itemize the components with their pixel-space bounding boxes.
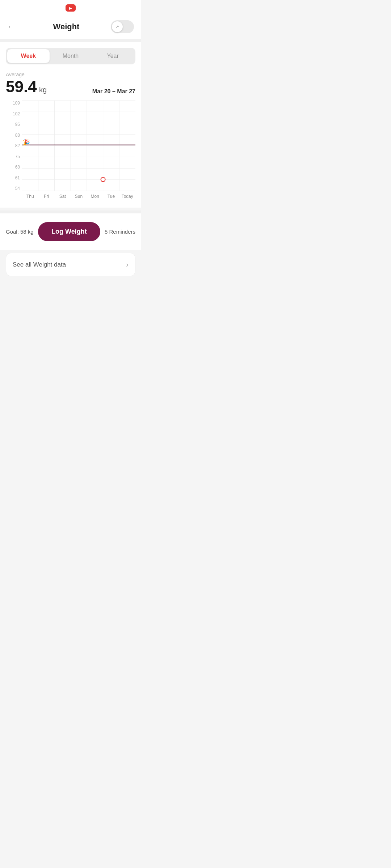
x-label-fri: Fri [38, 194, 55, 199]
stats-row: Average 59.4 kg Mar 20 – Mar 27 [6, 72, 135, 95]
y-label-82: 82 [6, 143, 22, 148]
average-unit: kg [39, 86, 47, 94]
svg-text:🎉: 🎉 [23, 139, 30, 146]
toggle-button[interactable]: ↗ [111, 20, 134, 33]
goal-text: Goal: 58 kg [6, 229, 34, 235]
header-divider [0, 39, 141, 42]
chart-svg: 🎉 [22, 101, 135, 191]
reminders-text[interactable]: 5 Reminders [105, 229, 135, 235]
chart-area: 🎉 [22, 101, 135, 191]
see-all-label: See all Weight data [13, 261, 66, 268]
x-label-today: Today [119, 194, 135, 199]
x-label-sat: Sat [54, 194, 71, 199]
chart-inner: 109 102 95 88 82 75 68 61 54 [6, 101, 135, 202]
y-label-54: 54 [6, 186, 22, 191]
x-label-sun: Sun [71, 194, 87, 199]
average-section: Average 59.4 kg [6, 72, 47, 95]
chevron-right-icon: › [126, 260, 129, 269]
y-label-75: 75 [6, 154, 22, 159]
bottom-section: Goal: 58 kg Log Weight 5 Reminders [0, 213, 141, 250]
x-axis: Thu Fri Sat Sun Mon Tue Today [22, 191, 135, 202]
average-label: Average [6, 72, 47, 77]
page-title: Weight [53, 22, 80, 31]
x-label-tue: Tue [103, 194, 119, 199]
average-value-row: 59.4 kg [6, 79, 47, 95]
header: ← Weight ↗ [0, 16, 141, 39]
tab-year[interactable]: Year [92, 49, 134, 63]
y-label-102: 102 [6, 111, 22, 116]
weight-chart: 109 102 95 88 82 75 68 61 54 [6, 101, 135, 202]
period-tabs: Week Month Year [6, 48, 135, 64]
y-label-61: 61 [6, 175, 22, 180]
x-label-mon: Mon [87, 194, 103, 199]
see-all-section[interactable]: See all Weight data › [6, 253, 135, 276]
y-label-68: 68 [6, 165, 22, 170]
y-label-88: 88 [6, 133, 22, 138]
chart-bottom-divider [0, 210, 141, 213]
tab-week[interactable]: Week [7, 49, 50, 63]
y-label-95: 95 [6, 122, 22, 127]
toggle-knob-icon: ↗ [112, 21, 123, 32]
main-content: Week Month Year Average 59.4 kg Mar 20 –… [0, 42, 141, 208]
tab-month[interactable]: Month [50, 49, 92, 63]
y-axis: 109 102 95 88 82 75 68 61 54 [6, 101, 22, 191]
video-icon [66, 4, 76, 12]
x-label-thu: Thu [22, 194, 38, 199]
average-value: 59.4 [6, 78, 37, 95]
log-weight-button[interactable]: Log Weight [38, 222, 100, 241]
status-bar [0, 0, 141, 16]
svg-point-17 [101, 177, 105, 182]
back-button[interactable]: ← [7, 22, 22, 31]
date-range: Mar 20 – Mar 27 [92, 88, 135, 95]
y-label-109: 109 [6, 101, 22, 106]
